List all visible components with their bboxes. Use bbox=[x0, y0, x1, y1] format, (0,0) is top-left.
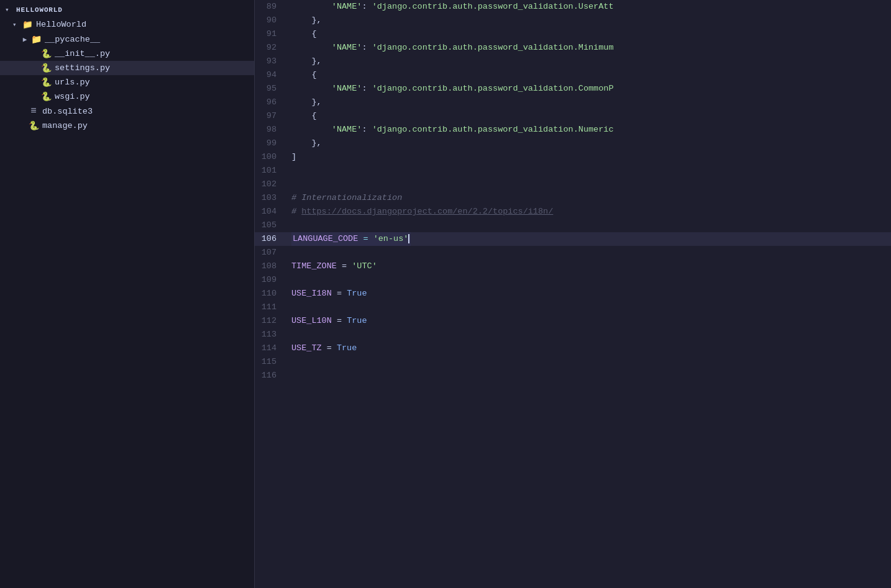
python-icon: 🐍 bbox=[40, 63, 52, 73]
python-icon: 🐍 bbox=[40, 91, 52, 102]
line-number: 92 bbox=[255, 41, 289, 55]
line-number: 101 bbox=[255, 164, 289, 178]
line-number: 105 bbox=[255, 219, 289, 232]
sidebar-item-label: __pycache__ bbox=[45, 35, 100, 44]
line-content bbox=[289, 273, 891, 287]
sidebar-item-label: __init__.py bbox=[55, 49, 110, 58]
line-number: 91 bbox=[255, 27, 289, 41]
root-folder[interactable]: ▾ HELLOWORLD bbox=[0, 2, 254, 17]
line-number: 89 bbox=[255, 0, 289, 14]
sidebar-item-pycache[interactable]: ▶ 📁 __pycache__ bbox=[0, 32, 254, 47]
code-line-108: 108 TIME_ZONE = 'UTC' bbox=[255, 260, 891, 273]
line-number: 96 bbox=[255, 96, 289, 109]
line-content: }, bbox=[289, 14, 891, 27]
sidebar-item-helloworld[interactable]: ▾ 📁 HelloWorld bbox=[0, 17, 254, 32]
sidebar-item-wsgi-py[interactable]: 🐍 wsgi.py bbox=[0, 89, 254, 104]
line-content bbox=[289, 328, 891, 341]
line-content: # Internationalization bbox=[289, 191, 891, 205]
line-number: 103 bbox=[255, 191, 289, 205]
line-content: TIME_ZONE = 'UTC' bbox=[289, 260, 891, 273]
python-icon: 🐍 bbox=[40, 48, 52, 59]
code-line-104: 104 # https://docs.djangoproject.com/en/… bbox=[255, 205, 891, 219]
line-content: LANGUAGE_CODE = 'en-us' bbox=[289, 232, 891, 246]
code-line-96: 96 }, bbox=[255, 96, 891, 109]
sidebar-item-label: settings.py bbox=[55, 63, 110, 73]
line-content: { bbox=[289, 27, 891, 41]
line-content: 'NAME': 'django.contrib.auth.password_va… bbox=[289, 0, 891, 14]
line-content: USE_I18N = True bbox=[289, 287, 891, 301]
code-line-101: 101 bbox=[255, 164, 891, 178]
line-content bbox=[289, 355, 891, 369]
code-line-95: 95 'NAME': 'django.contrib.auth.password… bbox=[255, 82, 891, 96]
line-number: 100 bbox=[255, 150, 289, 164]
line-content: 'NAME': 'django.contrib.auth.password_va… bbox=[289, 41, 891, 55]
code-line-105: 105 bbox=[255, 219, 891, 232]
line-content bbox=[289, 369, 891, 382]
code-content: 89 'NAME': 'django.contrib.auth.password… bbox=[255, 0, 891, 382]
code-line-110: 110 USE_I18N = True bbox=[255, 287, 891, 301]
code-line-106: 106 LANGUAGE_CODE = 'en-us' bbox=[255, 232, 891, 246]
line-number: 98 bbox=[255, 123, 289, 137]
root-label: HELLOWORLD bbox=[16, 6, 63, 14]
code-line-97: 97 { bbox=[255, 109, 891, 123]
code-line-99: 99 }, bbox=[255, 137, 891, 150]
line-content: USE_TZ = True bbox=[289, 341, 891, 355]
line-number: 112 bbox=[255, 314, 289, 328]
code-line-116: 116 bbox=[255, 369, 891, 382]
sidebar-item-label: urls.py bbox=[55, 78, 90, 87]
line-content: }, bbox=[289, 96, 891, 109]
line-number: 109 bbox=[255, 273, 289, 287]
line-content bbox=[289, 178, 891, 191]
line-number: 97 bbox=[255, 109, 289, 123]
code-line-94: 94 { bbox=[255, 68, 891, 82]
root-arrow: ▾ bbox=[5, 6, 15, 14]
line-content: }, bbox=[289, 137, 891, 150]
sidebar-item-label: manage.py bbox=[42, 121, 88, 130]
sidebar-item-label: HelloWorld bbox=[36, 20, 86, 29]
chevron-down-icon: ▾ bbox=[12, 20, 22, 29]
sidebar-item-manage-py[interactable]: 🐍 manage.py bbox=[0, 119, 254, 133]
folder-closed-icon: 📁 bbox=[30, 34, 42, 45]
folder-icon: 📁 bbox=[22, 19, 33, 30]
code-line-114: 114 USE_TZ = True bbox=[255, 341, 891, 355]
line-number: 111 bbox=[255, 301, 289, 314]
code-line-92: 92 'NAME': 'django.contrib.auth.password… bbox=[255, 41, 891, 55]
line-number: 107 bbox=[255, 246, 289, 260]
code-line-91: 91 { bbox=[255, 27, 891, 41]
line-content: { bbox=[289, 109, 891, 123]
python-icon: 🐍 bbox=[27, 120, 40, 131]
line-number: 99 bbox=[255, 137, 289, 150]
line-content: 'NAME': 'django.contrib.auth.password_va… bbox=[289, 123, 891, 137]
code-line-113: 113 bbox=[255, 328, 891, 341]
line-content: # https://docs.djangoproject.com/en/2.2/… bbox=[289, 205, 891, 219]
sidebar-item-db-sqlite3[interactable]: ≡ db.sqlite3 bbox=[0, 104, 254, 119]
python-icon: 🐍 bbox=[40, 77, 52, 88]
code-line-109: 109 bbox=[255, 273, 891, 287]
line-number: 116 bbox=[255, 369, 289, 382]
code-line-98: 98 'NAME': 'django.contrib.auth.password… bbox=[255, 123, 891, 137]
line-number: 93 bbox=[255, 55, 289, 68]
code-line-100: 100 ] bbox=[255, 150, 891, 164]
line-number: 104 bbox=[255, 205, 289, 219]
chevron-right-icon: ▶ bbox=[20, 35, 30, 43]
code-line-89: 89 'NAME': 'django.contrib.auth.password… bbox=[255, 0, 891, 14]
line-number: 94 bbox=[255, 68, 289, 82]
sidebar-item-urls-py[interactable]: 🐍 urls.py bbox=[0, 75, 254, 89]
line-number: 106 bbox=[255, 232, 289, 246]
line-number: 110 bbox=[255, 287, 289, 301]
line-content bbox=[289, 219, 891, 232]
code-line-102: 102 bbox=[255, 178, 891, 191]
line-number: 95 bbox=[255, 82, 289, 96]
code-editor[interactable]: 89 'NAME': 'django.contrib.auth.password… bbox=[255, 0, 891, 588]
code-line-93: 93 }, bbox=[255, 55, 891, 68]
sidebar-item-init-py[interactable]: 🐍 __init__.py bbox=[0, 47, 254, 61]
line-number: 102 bbox=[255, 178, 289, 191]
line-number: 108 bbox=[255, 260, 289, 273]
line-content: 'NAME': 'django.contrib.auth.password_va… bbox=[289, 82, 891, 96]
code-line-90: 90 }, bbox=[255, 14, 891, 27]
code-line-111: 111 bbox=[255, 301, 891, 314]
line-number: 90 bbox=[255, 14, 289, 27]
line-number: 114 bbox=[255, 341, 289, 355]
sidebar-item-settings-py[interactable]: 🐍 settings.py bbox=[0, 61, 254, 75]
code-line-112: 112 USE_L10N = True bbox=[255, 314, 891, 328]
